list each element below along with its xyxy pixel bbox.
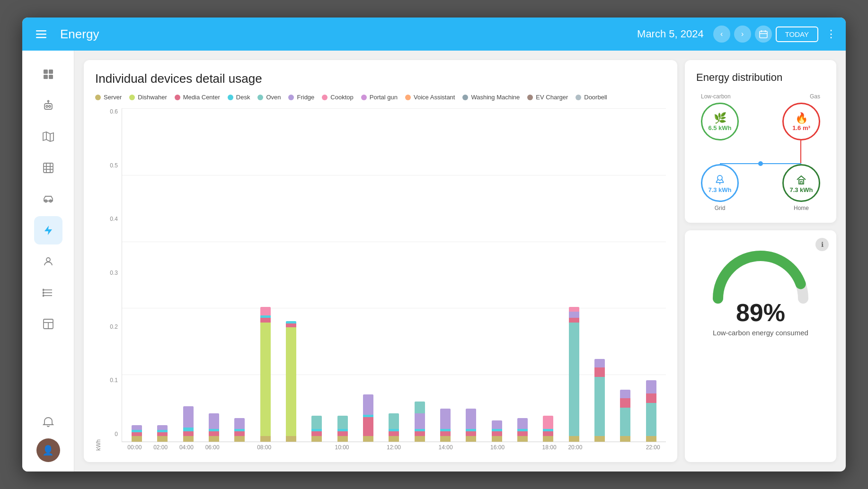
svg-point-33 bbox=[43, 295, 44, 297]
bar-group[interactable] bbox=[407, 402, 433, 442]
bar-group[interactable] bbox=[304, 416, 329, 442]
bar-stack bbox=[363, 394, 373, 442]
bar-segment bbox=[157, 436, 168, 442]
legend-dot bbox=[576, 95, 581, 100]
bar-segment bbox=[157, 432, 168, 436]
svg-rect-1 bbox=[36, 34, 46, 35]
x-axis-label: 22:00 bbox=[640, 444, 666, 451]
bar-group[interactable] bbox=[176, 406, 201, 442]
bar-segment bbox=[337, 431, 348, 436]
x-axis-label bbox=[303, 444, 329, 451]
sidebar-item-list[interactable] bbox=[34, 279, 62, 307]
bar-group[interactable] bbox=[587, 359, 612, 442]
bar-segment bbox=[234, 431, 245, 436]
x-axis-label bbox=[407, 444, 433, 451]
legend-label: Media Center bbox=[183, 94, 220, 101]
home-node[interactable]: 7.3 kWh Home bbox=[782, 164, 820, 211]
sidebar-item-notifications[interactable] bbox=[34, 407, 62, 436]
bar-group[interactable] bbox=[433, 409, 458, 442]
y-axis: 0.60.50.40.30.20.10 bbox=[104, 108, 118, 451]
avatar[interactable]: 👤 bbox=[36, 438, 60, 462]
x-axis-label: 20:00 bbox=[562, 444, 588, 451]
bar-group[interactable] bbox=[253, 307, 278, 442]
info-button[interactable]: ℹ bbox=[815, 238, 829, 251]
bar-group[interactable] bbox=[535, 416, 561, 442]
bar-group[interactable] bbox=[510, 418, 535, 442]
legend-label: EV Charger bbox=[536, 94, 568, 101]
x-axis-label: 18:00 bbox=[536, 444, 562, 451]
bar-segment bbox=[286, 436, 296, 442]
bar-group[interactable] bbox=[227, 418, 252, 442]
grid-node[interactable]: 7.3 kWh Grid bbox=[701, 164, 739, 211]
menu-button[interactable] bbox=[32, 29, 51, 39]
gauge-wrapper bbox=[709, 246, 813, 303]
bar-segment bbox=[183, 436, 194, 442]
x-axis-label: 10:00 bbox=[329, 444, 355, 451]
prev-date-button[interactable]: ‹ bbox=[713, 26, 730, 43]
grid-circle[interactable]: 7.3 kWh bbox=[701, 164, 739, 202]
legend-label: Server bbox=[104, 94, 122, 101]
bar-segment bbox=[620, 398, 630, 408]
bar-stack bbox=[286, 321, 296, 442]
bar-segment bbox=[389, 431, 399, 436]
sidebar-item-person[interactable] bbox=[34, 247, 62, 276]
bar-stack bbox=[594, 359, 605, 442]
bar-group[interactable] bbox=[484, 420, 510, 442]
legend-label: Oven bbox=[266, 94, 281, 101]
sidebar-item-grid[interactable] bbox=[34, 154, 62, 182]
today-button[interactable]: TODAY bbox=[776, 26, 818, 42]
legend-item: Oven bbox=[257, 94, 281, 101]
grid-label: Grid bbox=[715, 205, 726, 211]
bar-segment bbox=[132, 425, 142, 430]
bar-group[interactable] bbox=[561, 307, 587, 442]
low-carbon-node[interactable]: 🌿 6.5 kWh bbox=[701, 103, 739, 140]
current-date: March 5, 2024 bbox=[637, 28, 704, 40]
bar-group[interactable] bbox=[381, 413, 407, 442]
bar-group[interactable] bbox=[330, 416, 355, 442]
calendar-button[interactable] bbox=[755, 26, 772, 43]
bar-group[interactable] bbox=[612, 390, 638, 442]
legend-label: Doorbell bbox=[584, 94, 607, 101]
legend-dot bbox=[405, 95, 411, 100]
low-carbon-label: Low-carbon bbox=[701, 93, 731, 100]
bar-segment bbox=[260, 318, 271, 323]
bar-segment bbox=[209, 436, 219, 442]
bar-group[interactable] bbox=[201, 413, 227, 442]
legend-dot bbox=[361, 95, 367, 100]
sidebar-item-layout[interactable] bbox=[34, 310, 62, 338]
sidebar-item-dashboard[interactable] bbox=[34, 60, 62, 88]
more-options-button[interactable]: ⋮ bbox=[826, 28, 836, 40]
home-circle[interactable]: 7.3 kWh bbox=[782, 164, 820, 202]
sidebar-item-robot[interactable] bbox=[34, 91, 62, 120]
legend-dot bbox=[175, 95, 180, 100]
legend-label: Portal gun bbox=[370, 94, 398, 101]
sidebar-item-map[interactable] bbox=[34, 122, 62, 151]
gas-circle[interactable]: 🔥 1.6 m³ bbox=[782, 103, 820, 140]
x-axis-label: 04:00 bbox=[174, 444, 200, 451]
x-axis-label bbox=[614, 444, 640, 451]
svg-rect-10 bbox=[49, 75, 53, 79]
bar-group[interactable] bbox=[150, 425, 175, 442]
next-date-button[interactable]: › bbox=[734, 26, 751, 43]
gas-node[interactable]: 🔥 1.6 m³ bbox=[782, 103, 820, 140]
bar-segment bbox=[209, 413, 219, 429]
legend-item: EV Charger bbox=[527, 94, 568, 101]
y-axis-title: kWh bbox=[95, 108, 102, 451]
sidebar-item-car[interactable] bbox=[34, 185, 62, 213]
bar-segment bbox=[209, 431, 219, 436]
bar-segment bbox=[466, 431, 476, 436]
bar-group[interactable] bbox=[124, 425, 150, 442]
bar-group[interactable] bbox=[278, 321, 304, 442]
low-carbon-circle[interactable]: 🌿 6.5 kWh bbox=[701, 103, 739, 140]
bar-stack bbox=[517, 418, 528, 442]
bar-segment bbox=[389, 436, 399, 442]
legend-item: Voice Assistant bbox=[405, 94, 455, 101]
bar-stack bbox=[260, 307, 271, 442]
bar-segment bbox=[646, 436, 656, 442]
legend-item: Portal gun bbox=[361, 94, 398, 101]
sidebar-item-energy[interactable] bbox=[34, 216, 62, 244]
bar-group[interactable] bbox=[458, 409, 484, 442]
bar-group[interactable] bbox=[638, 380, 664, 442]
x-axis-label bbox=[459, 444, 485, 451]
bar-group[interactable] bbox=[355, 394, 381, 442]
